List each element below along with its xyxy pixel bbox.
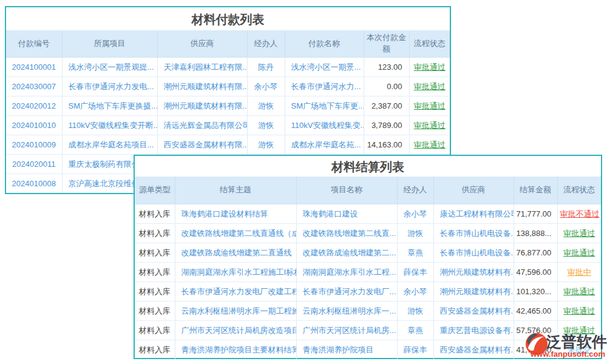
- cell-link[interactable]: 浅水湾小区一期景...: [285, 58, 364, 77]
- cell-link[interactable]: 清远光辉金属品有限公司: [157, 116, 247, 135]
- cell-link[interactable]: 珠海鹤港口建设: [296, 204, 397, 224]
- table-row[interactable]: 材料入库改建铁路成渝线增建第二直通线（...改建铁路成渝线增建第二...章燕长春…: [135, 243, 601, 263]
- cell-link[interactable]: 2024010009: [6, 135, 62, 155]
- cell-link[interactable]: 青海洪湖养护院项目主要材料结算: [175, 340, 296, 360]
- cell-link[interactable]: 重庆艺普电源设备有...: [433, 321, 514, 340]
- column-header: 流程状态: [409, 30, 450, 58]
- table-row[interactable]: 材料入库长春市伊通河水力发电厂改建工程...长春市伊通河水力发电厂...余小琴潮…: [135, 282, 601, 302]
- cell-link[interactable]: 改建铁路成渝线增建第二直通线（...: [175, 243, 296, 263]
- cell-link[interactable]: 余小琴: [247, 77, 285, 96]
- cell-link[interactable]: 110kV安徽线程集变开断...: [62, 116, 157, 135]
- cell-link[interactable]: 成都水岸华庭名苑...: [285, 135, 364, 155]
- cell-link[interactable]: SM广场地下车库更...: [285, 96, 364, 116]
- column-header: 经办人: [247, 30, 285, 58]
- cell-link[interactable]: 青海洪湖养护院项目: [296, 340, 397, 360]
- cell-link[interactable]: 潮州元顺建筑材料有限...: [157, 77, 247, 96]
- cell-link[interactable]: 浅水湾小区一期景观提...: [62, 58, 157, 77]
- cell-link[interactable]: 珠海鹤港口建设材料结算: [175, 204, 296, 224]
- cell-link[interactable]: 游恢: [397, 224, 433, 243]
- column-header: 供应商: [157, 30, 247, 58]
- watermark-url: www.fanpusoft.com: [531, 349, 605, 359]
- cell-link[interactable]: 2024030007: [6, 77, 62, 96]
- cell-link[interactable]: 改建铁路线增建第二线直...: [296, 224, 397, 243]
- table-cell: 0.00: [364, 77, 409, 96]
- cell-link[interactable]: 广州市天河区统计局机房...: [296, 321, 397, 340]
- cell-link[interactable]: 薛保丰: [397, 340, 433, 360]
- cell-link[interactable]: 审批中: [557, 263, 601, 282]
- table-cell: 138,888...: [514, 224, 557, 243]
- cell-link[interactable]: 余小琴: [397, 282, 433, 302]
- cell-link[interactable]: 改建铁路成渝线增建第二...: [296, 243, 397, 263]
- cell-link[interactable]: 2024010010: [6, 116, 62, 135]
- table-cell: 14,163.00: [364, 135, 409, 155]
- cell-link[interactable]: 游恢: [247, 116, 285, 135]
- table-cell: 材料入库: [135, 204, 175, 224]
- table-cell: 47,596.00: [514, 263, 557, 282]
- cell-link[interactable]: 审批通过: [409, 96, 450, 116]
- cell-link[interactable]: 西安盛器金属材料有限...: [157, 135, 247, 155]
- cell-link[interactable]: 审批通过: [557, 243, 601, 263]
- cell-link[interactable]: 游恢: [397, 302, 433, 321]
- cell-link[interactable]: 薛保丰: [397, 263, 433, 282]
- column-header: 结算主题: [175, 177, 296, 204]
- cell-link[interactable]: 西安盛器金属材料有...: [433, 302, 514, 321]
- table-row[interactable]: 2024010010110kV安徽线程集变开断...清远光辉金属品有限公司游恢1…: [6, 116, 450, 135]
- table-row[interactable]: 2024020012SM广场地下车库更换摄...潮州元顺建筑材料有限...游恢S…: [6, 96, 450, 116]
- cell-link[interactable]: 游恢: [247, 96, 285, 116]
- cell-link[interactable]: 审批通过: [409, 116, 450, 135]
- table-row[interactable]: 2024030007长春市伊通河水力发电...潮州元顺建筑材料有限...余小琴长…: [6, 77, 450, 96]
- cell-link[interactable]: 110kV安徽线程集变...: [285, 116, 364, 135]
- cell-link[interactable]: 长春市博山机电设备...: [433, 243, 514, 263]
- cell-link[interactable]: 审批通过: [557, 302, 601, 321]
- cell-link[interactable]: 成都水岸华庭名苑项目...: [62, 135, 157, 155]
- column-header: 结算金额: [514, 177, 557, 204]
- cell-link[interactable]: 长春市博山机电设备...: [433, 224, 514, 243]
- cell-link[interactable]: 审批通过: [409, 58, 450, 77]
- cell-link[interactable]: 天津嘉利园林工程有限...: [157, 58, 247, 77]
- cell-link[interactable]: 长春市伊通河水力发电厂...: [296, 282, 397, 302]
- table-cell: 材料入库: [135, 340, 175, 360]
- cell-link[interactable]: 审批通过: [409, 77, 450, 96]
- cell-link[interactable]: 2024010008: [6, 174, 62, 194]
- table-cell: 材料入库: [135, 224, 175, 243]
- cell-link[interactable]: 长春市伊通河水力发电厂改建工程...: [175, 282, 296, 302]
- cell-link[interactable]: 康达工程材料有限公司: [433, 204, 514, 224]
- cell-link[interactable]: 审批通过: [409, 135, 450, 155]
- cell-link[interactable]: 改建铁路线增建第二线直通线（成...: [175, 224, 296, 243]
- table-row[interactable]: 材料入库改建铁路线增建第二线直通线（成...改建铁路线增建第二线直...游恢长春…: [135, 224, 601, 243]
- cell-link[interactable]: 余小琴: [397, 204, 433, 224]
- cell-link[interactable]: 西安盛器金属材料有...: [433, 340, 514, 360]
- table-row[interactable]: 材料入库湖南洞庭湖水库引水工程施工I标材...湖南洞庭湖水库引水工程...薛保丰…: [135, 263, 601, 282]
- cell-link[interactable]: 云南水利枢纽潜明水库一...: [296, 302, 397, 321]
- table-row[interactable]: 2024100001浅水湾小区一期景观提...天津嘉利园林工程有限...陈丹浅水…: [6, 58, 450, 77]
- cell-link[interactable]: 云南水利枢纽潜明水库一期工程施...: [175, 302, 296, 321]
- table-row[interactable]: 2024010009成都水岸华庭名苑项目...西安盛器金属材料有限...游恢成都…: [6, 135, 450, 155]
- cell-link[interactable]: 游恢: [247, 135, 285, 155]
- cell-link[interactable]: 陈丹: [247, 58, 285, 77]
- cell-link[interactable]: 长春市伊通河水力发电...: [62, 77, 157, 96]
- settlement-table-title: 材料结算列表: [135, 156, 601, 177]
- cell-link[interactable]: 审批通过: [557, 282, 601, 302]
- table-cell: 76,877.00: [514, 243, 557, 263]
- table-row[interactable]: 材料入库云南水利枢纽潜明水库一期工程施...云南水利枢纽潜明水库一...游恢西安…: [135, 302, 601, 321]
- cell-link[interactable]: 章燕: [397, 321, 433, 340]
- cell-link[interactable]: 章燕: [397, 243, 433, 263]
- table-row[interactable]: 材料入库珠海鹤港口建设材料结算珠海鹤港口建设余小琴康达工程材料有限公司71,77…: [135, 204, 601, 224]
- cell-link[interactable]: 2024020012: [6, 96, 62, 116]
- cell-link[interactable]: 广州市天河区统计局机房改造项目...: [175, 321, 296, 340]
- cell-link[interactable]: 审批通过: [557, 224, 601, 243]
- cell-link[interactable]: 潮州元顺建筑材料有...: [433, 263, 514, 282]
- cell-link[interactable]: 湖南洞庭湖水库引水工程...: [296, 263, 397, 282]
- cell-link[interactable]: 2024020011: [6, 155, 62, 174]
- cell-link[interactable]: 潮州元顺建筑材料有限...: [157, 96, 247, 116]
- cell-link[interactable]: 2024100001: [6, 58, 62, 77]
- table-cell: 材料入库: [135, 282, 175, 302]
- cell-link[interactable]: 审批不通过: [557, 204, 601, 224]
- table-cell: 3,789.00: [364, 116, 409, 135]
- cell-link[interactable]: 潮州元顺建筑材料有...: [433, 282, 514, 302]
- cell-link[interactable]: 长春市伊通河水力...: [285, 77, 364, 96]
- cell-link[interactable]: SM广场地下车库更换摄...: [62, 96, 157, 116]
- column-header: 源单类型: [135, 177, 175, 204]
- column-header: 本次付款金额: [364, 30, 409, 58]
- cell-link[interactable]: 湖南洞庭湖水库引水工程施工I标材...: [175, 263, 296, 282]
